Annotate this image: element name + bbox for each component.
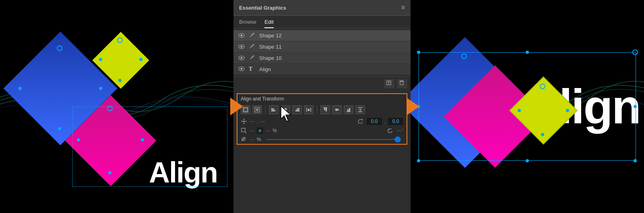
- right-panel: Align: [411, 0, 644, 213]
- svg-point-3: [241, 45, 243, 47]
- separator: [265, 106, 266, 114]
- right-arrow: [407, 98, 419, 115]
- svg-point-7: [241, 68, 243, 70]
- svg-rect-25: [308, 109, 310, 111]
- svg-point-5: [241, 57, 243, 59]
- svg-rect-44: [242, 137, 244, 139]
- x-label: ,: [257, 119, 258, 124]
- new-item-btn[interactable]: [384, 79, 394, 88]
- svg-rect-45: [244, 137, 246, 139]
- align-bottom-btn[interactable]: [344, 105, 353, 114]
- svg-rect-46: [242, 139, 244, 141]
- panel-title: Essential Graphics: [239, 5, 286, 11]
- layer-name: Shape 12: [259, 33, 282, 39]
- svg-rect-31: [337, 109, 339, 111]
- layer-item[interactable]: Shape 12: [233, 30, 411, 41]
- at-icons-row: [237, 104, 407, 117]
- shape-pen-icon: [249, 55, 255, 61]
- delete-item-btn[interactable]: [397, 79, 407, 88]
- svg-rect-15: [272, 109, 274, 110]
- position-row: — , — 0.0 , 0.0: [237, 117, 407, 126]
- svg-rect-42: [242, 128, 245, 132]
- align-middle-v-btn[interactable]: [332, 105, 342, 114]
- y-dash: —: [260, 119, 265, 124]
- align-to-frame-btn[interactable]: [252, 105, 262, 114]
- svg-rect-11: [244, 108, 247, 111]
- svg-rect-13: [256, 109, 258, 111]
- svg-rect-28: [326, 108, 327, 111]
- layer-name: Shape 10: [259, 55, 282, 61]
- separator: [317, 106, 317, 114]
- left-panel: Align: [0, 0, 233, 213]
- visibility-icon[interactable]: [238, 44, 245, 50]
- distribute-h-btn[interactable]: [304, 105, 314, 114]
- svg-rect-27: [324, 108, 325, 110]
- h-dash: —: [265, 128, 270, 133]
- svg-marker-41: [361, 119, 363, 120]
- visibility-icon[interactable]: [238, 55, 245, 61]
- visibility-icon[interactable]: [238, 66, 245, 72]
- shape-pen-icon: [249, 32, 255, 39]
- svg-rect-16: [272, 110, 275, 111]
- align-top-btn[interactable]: [320, 105, 330, 114]
- y-position-input[interactable]: 0.0: [388, 118, 403, 125]
- visibility-icon[interactable]: [238, 33, 245, 39]
- rotation-value: —°: [396, 128, 403, 133]
- align-transform-section: Align and Transform: [237, 93, 407, 145]
- svg-rect-33: [347, 109, 349, 111]
- scale-icon: [241, 127, 247, 134]
- align-right-btn[interactable]: [292, 105, 302, 114]
- layer-name: Shape 11: [259, 44, 282, 50]
- opacity-icon: [241, 136, 247, 143]
- bottom-toolbar: [233, 76, 411, 91]
- tab-browse[interactable]: Browse: [239, 19, 256, 28]
- center-panel: Essential Graphics ≡ Browse Edit S: [233, 0, 411, 213]
- w-dash: —: [250, 128, 254, 133]
- move-icon: [241, 118, 247, 125]
- layer-item[interactable]: Shape 11: [233, 41, 411, 53]
- align-left-btn[interactable]: [269, 105, 279, 114]
- reset-rotation-icon: [387, 128, 393, 133]
- layers-list: Shape 12 Shape 11: [233, 29, 411, 76]
- eg-tabs: Browse Edit: [233, 16, 411, 29]
- left-arrow: [230, 98, 243, 115]
- svg-rect-19: [284, 110, 287, 111]
- eg-header: Essential Graphics ≡: [233, 0, 411, 16]
- svg-rect-18: [284, 109, 287, 110]
- layer-name: Align: [259, 66, 271, 72]
- opacity-row: — %: [237, 135, 407, 144]
- rotate-icon: [357, 119, 363, 124]
- svg-rect-47: [244, 139, 246, 141]
- eg-panel: Essential Graphics ≡ Browse Edit S: [233, 0, 411, 213]
- layer-item[interactable]: T Align: [233, 64, 411, 75]
- layer-item[interactable]: Shape 10: [233, 53, 411, 64]
- opacity-dash: —: [250, 137, 254, 142]
- svg-rect-22: [295, 110, 299, 111]
- svg-point-1: [241, 34, 243, 36]
- main-container: Align Essential Graphics ≡ Browse Edit: [0, 0, 644, 213]
- svg-rect-34: [349, 108, 350, 111]
- at-header: Align and Transform: [237, 94, 407, 104]
- scale-row: — ø — % —°: [237, 126, 407, 135]
- svg-rect-21: [297, 109, 299, 110]
- tab-edit[interactable]: Edit: [264, 19, 273, 28]
- svg-rect-30: [336, 109, 337, 111]
- align-center-h-btn[interactable]: [281, 105, 290, 114]
- link-icon-value: ø: [257, 127, 263, 134]
- panel-menu-icon[interactable]: ≡: [401, 4, 405, 11]
- text-layer-icon: T: [249, 66, 255, 72]
- opacity-slider[interactable]: [266, 139, 401, 140]
- shape-pen-icon: [249, 43, 255, 50]
- svg-point-40: [243, 121, 245, 122]
- x-position-input[interactable]: 0.0: [367, 118, 382, 125]
- x-dash: —: [250, 119, 254, 124]
- distribute-v-btn[interactable]: [355, 105, 365, 114]
